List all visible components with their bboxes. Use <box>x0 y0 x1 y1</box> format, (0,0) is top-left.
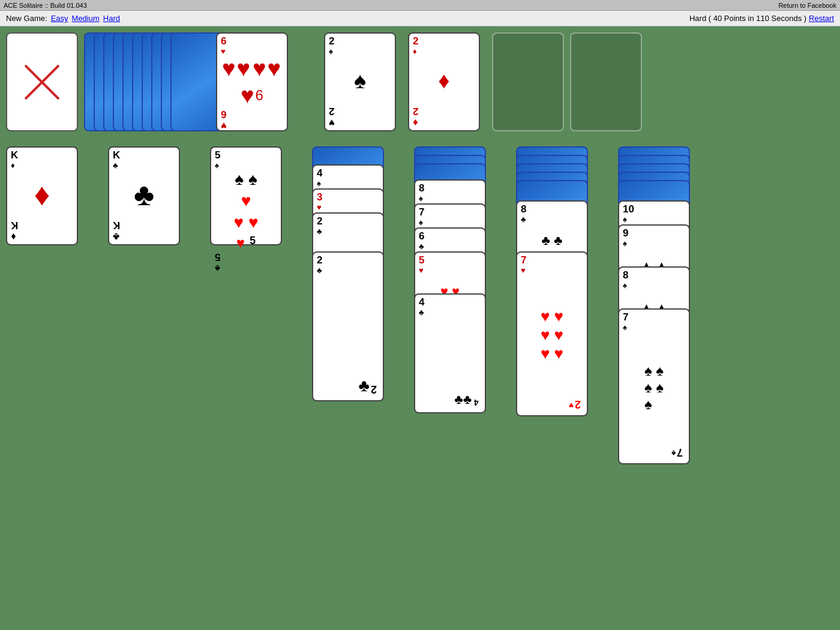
hard-link[interactable]: Hard <box>103 14 120 23</box>
tableau-col-6: 10♠ ▲ ▲▲ ▲▲ ♠10 9♠ ▲ ▲▲ ▲ ♠9 8♠ ▲ ▲▲ ▲ ♠… <box>618 146 714 566</box>
tableau-card[interactable]: 7♥ ♥ ♥♥ ♥♥ ♥ ♥ 2 <box>516 251 588 416</box>
waste-pile[interactable]: 6 ♥ ♥♥ ♥♥ ♥6 ♥ 6 <box>84 32 312 137</box>
card-center: ♠♠ ♥ ♥♥ ♥5 <box>215 170 277 251</box>
easy-link[interactable]: Easy <box>51 14 68 23</box>
card-center: ♦ <box>11 170 73 220</box>
card-rank-tl: 6 ♥ <box>221 36 283 56</box>
return-to-facebook-link[interactable]: Return to Facebook <box>778 2 836 9</box>
tableau-col-5: 8♣ ♣ ♣♣ ♣ ♣8 7♥ ♥ ♥♥ ♥♥ ♥ ♥ 2 <box>516 146 612 506</box>
foundation-2[interactable]: 2 ♦ ♦ ♦ 2 <box>408 32 480 131</box>
new-game-label: New Game: <box>6 14 47 23</box>
foundation-rank-tl: 2 ♠ <box>329 36 391 56</box>
foundation-rank-tl: 2 ♦ <box>413 36 475 56</box>
card-rank-tl: K ♣ <box>113 150 175 170</box>
right-menu: Hard ( 40 Points in 110 Seconds ) Restar… <box>689 14 834 23</box>
tableau-col-0: K ♦ ♦ ♦ K <box>6 146 102 410</box>
tableau-col-1: K ♣ ♣ ♣ K <box>108 146 204 410</box>
foundation-center: ♠ <box>329 56 391 106</box>
medium-link[interactable]: Medium <box>72 14 100 23</box>
card-rank-br: ♠ 5 <box>215 251 277 274</box>
foundation-rank-br: ♥ 2 <box>329 106 391 128</box>
card-rank-br: ♥ 6 <box>221 109 283 131</box>
app-title: ACE Solitaire :: Build 01.043 <box>4 2 87 9</box>
card-rank-br: ♣ K <box>113 220 175 242</box>
menu-bar: New Game: Easy Medium Hard Hard ( 40 Poi… <box>0 11 840 26</box>
tableau-col-3: 4♠ ♠♠ ♠4 3♥ ♥ ♥3 2♣ ♣ ♣ ♣2 2♣ ♣2 <box>312 146 408 434</box>
tableau-card[interactable]: 2♣ ♣2 <box>312 251 384 401</box>
difficulty-label: Hard ( 40 Points in 110 Seconds ) <box>689 14 806 23</box>
title-bar: ACE Solitaire :: Build 01.043 Return to … <box>0 0 840 11</box>
foundation-rank-br: ♦ 2 <box>413 106 475 128</box>
tableau-card[interactable]: K ♣ ♣ ♣ K <box>108 146 180 245</box>
tableau-col-4: 8♠ ▲ ▲▲ ▲ ♠8 7♠ ▲ ▲ ♠7 6♣ ♣ ♣ ♣6 5♥ ♥ ♥♥… <box>414 146 510 506</box>
tableau-col-2: 5 ♠ ♠♠ ♥ ♥♥ ♥5 ♠ 5 <box>210 146 306 410</box>
restart-link[interactable]: Restart <box>809 14 834 23</box>
stock-x-icon <box>18 58 66 106</box>
tableau-card[interactable]: 7♠ ♠ ♠♠ ♠♠ ♠ 7 <box>618 308 690 464</box>
card-rank-tl: 5 ♠ <box>215 150 277 170</box>
card-center: ♥♥ ♥♥ ♥6 <box>221 56 283 109</box>
game-area: 6 ♥ ♥♥ ♥♥ ♥6 ♥ 6 2 ♠ ♠ <box>0 26 840 630</box>
stock-pile[interactable] <box>6 32 78 131</box>
tableau-card[interactable]: 4♣ ♣♣4 <box>414 293 486 413</box>
tableau-card[interactable]: 5 ♠ ♠♠ ♥ ♥♥ ♥5 ♠ 5 <box>210 146 282 245</box>
foundation-4[interactable] <box>570 32 642 131</box>
foundation-center: ♦ <box>413 56 475 106</box>
card-center: ♣ <box>113 170 175 220</box>
card-rank-tl: K ♦ <box>11 150 73 170</box>
foundation-1[interactable]: 2 ♠ ♠ ♥ 2 <box>324 32 396 131</box>
waste-top-card[interactable]: 6 ♥ ♥♥ ♥♥ ♥6 ♥ 6 <box>216 32 288 131</box>
foundation-3[interactable] <box>492 32 564 131</box>
tableau-card[interactable]: K ♦ ♦ ♦ K <box>6 146 78 245</box>
card-rank-br: ♦ K <box>11 220 73 242</box>
